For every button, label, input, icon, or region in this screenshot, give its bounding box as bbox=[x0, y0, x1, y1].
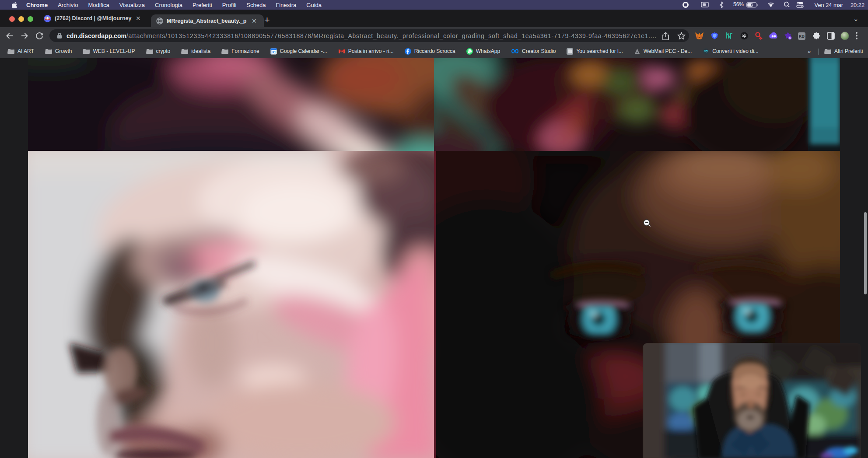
svg-text:5: 5 bbox=[789, 36, 791, 40]
svg-text:31: 31 bbox=[272, 50, 276, 54]
